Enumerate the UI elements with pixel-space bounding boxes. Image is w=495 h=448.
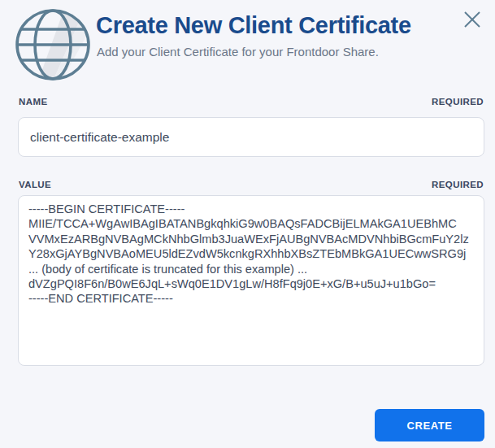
create-button[interactable]: CREATE [375,409,484,441]
value-textarea[interactable]: -----BEGIN CERTIFICATE----- MIIE/TCCA+Wg… [18,195,484,366]
header-text: Create New Client Certificate Add your C… [96,12,449,59]
name-label-row: NAME REQUIRED [19,97,484,107]
globe-icon [12,7,93,83]
modal-subtitle: Add your Client Certificate for your Fro… [97,45,449,59]
name-input[interactable] [18,117,484,157]
name-label: NAME [19,97,47,107]
modal-title: Create New Client Certificate [96,12,449,39]
name-required-badge: REQUIRED [432,97,484,107]
value-label-row: VALUE REQUIRED [19,180,484,189]
close-icon[interactable] [461,8,484,31]
modal-header: Create New Client Certificate Add your C… [11,7,484,83]
value-label: VALUE [19,180,51,189]
value-required-badge: REQUIRED [432,180,484,189]
